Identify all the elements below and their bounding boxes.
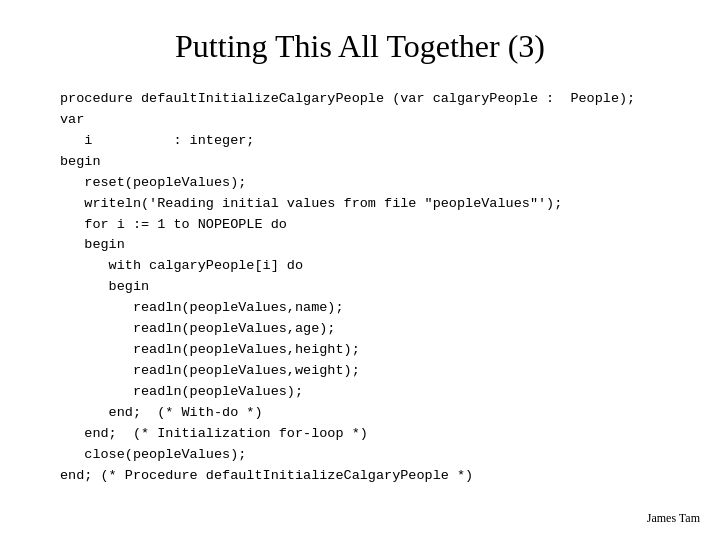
code-line: begin: [60, 152, 680, 173]
code-line: readln(peopleValues,age);: [60, 319, 680, 340]
code-line: close(peopleValues);: [60, 445, 680, 466]
code-line: readln(peopleValues,name);: [60, 298, 680, 319]
code-line: procedure defaultInitializeCalgaryPeople…: [60, 89, 680, 110]
code-line: i : integer;: [60, 131, 680, 152]
code-line: reset(peopleValues);: [60, 173, 680, 194]
code-line: var: [60, 110, 680, 131]
code-line: writeln('Reading initial values from fil…: [60, 194, 680, 215]
code-line: begin: [60, 235, 680, 256]
code-line: for i := 1 to NOPEOPLE do: [60, 215, 680, 236]
code-block: procedure defaultInitializeCalgaryPeople…: [60, 89, 680, 487]
code-line: readln(peopleValues);: [60, 382, 680, 403]
code-line: readln(peopleValues,height);: [60, 340, 680, 361]
author-label: James Tam: [647, 511, 700, 526]
slide: Putting This All Together (3) procedure …: [0, 0, 720, 540]
code-line: readln(peopleValues,weight);: [60, 361, 680, 382]
code-line: begin: [60, 277, 680, 298]
code-line: with calgaryPeople[i] do: [60, 256, 680, 277]
slide-title: Putting This All Together (3): [40, 28, 680, 65]
code-line: end; (* Procedure defaultInitializeCalga…: [60, 466, 680, 487]
code-line: end; (* Initialization for-loop *): [60, 424, 680, 445]
code-line: end; (* With-do *): [60, 403, 680, 424]
